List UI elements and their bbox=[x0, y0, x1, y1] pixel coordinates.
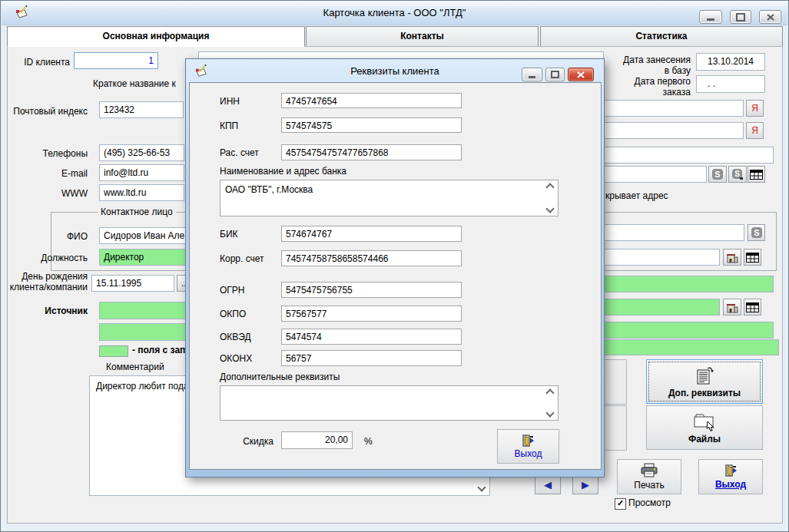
arrow-right-icon: ▶ bbox=[582, 480, 589, 490]
table-icon bbox=[750, 170, 763, 180]
www-label: WWW bbox=[7, 188, 88, 199]
minimize-button[interactable] bbox=[699, 10, 722, 24]
svg-text:S: S bbox=[734, 170, 740, 178]
arrow-left-icon: ◀ bbox=[544, 480, 552, 490]
discount-unit: % bbox=[364, 436, 373, 447]
scroll-down-icon bbox=[477, 483, 486, 491]
scroll-up-icon bbox=[545, 183, 554, 191]
dialog-title: Реквизиты клиента bbox=[350, 65, 439, 77]
bank-scroll-down[interactable] bbox=[545, 204, 555, 213]
maximize-button[interactable] bbox=[730, 10, 751, 24]
extra-scroll-up[interactable] bbox=[545, 388, 555, 398]
bank-textarea[interactable]: ОАО "ВТБ", г.Москва bbox=[220, 180, 559, 216]
tab-statistics[interactable]: Статистика bbox=[540, 26, 783, 47]
table-button-1[interactable] bbox=[748, 166, 765, 183]
ogrn-input[interactable]: 5475475756755 bbox=[281, 282, 462, 298]
kpp-label: КПП bbox=[220, 121, 238, 131]
skype-button-1[interactable]: S bbox=[708, 166, 727, 183]
scroll-down-icon bbox=[545, 204, 554, 213]
yandex-button-1[interactable]: Я bbox=[746, 100, 764, 117]
table-button-3[interactable] bbox=[744, 299, 761, 316]
yandex-button-2[interactable]: Я bbox=[746, 122, 764, 139]
account-label: Рас. счет bbox=[220, 147, 259, 158]
okved-input[interactable]: 5474574 bbox=[281, 329, 462, 345]
skype-button-2[interactable]: S bbox=[748, 224, 765, 241]
dialog-titlebar: Реквизиты клиента bbox=[187, 61, 602, 81]
email-input[interactable]: info@ltd.ru bbox=[99, 164, 184, 181]
minimize-icon bbox=[707, 18, 714, 21]
requisites-dialog: Реквизиты клиента ИНН 4745747654 КПП 574… bbox=[185, 58, 605, 477]
phones-input[interactable]: (495) 325-66-53 bbox=[99, 144, 184, 161]
svg-text:S: S bbox=[714, 170, 720, 179]
dialog-exit-button[interactable]: Выход bbox=[497, 429, 559, 464]
birthday-input[interactable]: 15.11.1995 bbox=[91, 275, 174, 292]
preview-checkbox-label: Просмотр bbox=[628, 497, 671, 508]
dialog-maximize-button[interactable] bbox=[545, 68, 565, 81]
preview-checkbox[interactable]: ✓ bbox=[615, 498, 626, 510]
email-label: E-mail bbox=[7, 168, 88, 179]
phones-label: Телефоны bbox=[7, 148, 88, 159]
corr-input[interactable]: 74574758758658574466 bbox=[281, 250, 462, 266]
dialog-minimize-button[interactable] bbox=[522, 68, 542, 81]
discount-label: Скидка bbox=[201, 436, 273, 447]
building-button-2[interactable] bbox=[723, 299, 741, 316]
bank-scroll-up[interactable] bbox=[545, 183, 555, 192]
discount-input[interactable]: 20,00 bbox=[281, 431, 353, 449]
files-button[interactable]: Файлы bbox=[646, 405, 763, 450]
kpp-input[interactable]: 574574575 bbox=[281, 117, 462, 133]
first-order-input[interactable]: . . bbox=[696, 75, 765, 93]
skype-icon: S bbox=[711, 168, 724, 180]
app-icon bbox=[15, 5, 29, 20]
short-name-label: Краткое название к bbox=[93, 78, 176, 89]
bik-input[interactable]: 574674767 bbox=[281, 226, 462, 242]
checkmark-icon: ✓ bbox=[617, 498, 624, 507]
bank-label: Наименование и адрес банка bbox=[220, 166, 346, 177]
skype-call-button[interactable]: S bbox=[728, 166, 747, 183]
building-icon bbox=[726, 252, 738, 263]
next-record-button[interactable]: ▶ bbox=[572, 475, 598, 494]
table-button-2[interactable] bbox=[744, 249, 761, 266]
extra-scroll-down[interactable] bbox=[545, 408, 555, 418]
files-label: Файлы bbox=[688, 434, 721, 444]
building-button-1[interactable] bbox=[723, 249, 741, 266]
close-button[interactable] bbox=[759, 10, 781, 24]
folder-cursor-icon bbox=[692, 411, 717, 431]
birthday-label-line1: День рождения bbox=[1, 271, 88, 282]
extra-requisites-label: Доп. реквизиты bbox=[668, 388, 741, 398]
postal-input[interactable]: 123432 bbox=[99, 101, 184, 118]
exit-door-icon bbox=[724, 464, 738, 477]
date-added-input[interactable]: 13.10.2014 bbox=[696, 53, 765, 71]
dialog-close-button[interactable] bbox=[568, 68, 594, 81]
app-icon bbox=[194, 64, 208, 78]
ogrn-label: ОГРН bbox=[220, 285, 245, 296]
maximize-icon bbox=[551, 71, 559, 78]
comment-scroll-down[interactable] bbox=[476, 483, 487, 492]
account-input[interactable]: 45754754757477657868 bbox=[281, 144, 462, 160]
comment-label: Комментарий bbox=[106, 362, 164, 372]
position-label: Должность bbox=[7, 253, 88, 263]
exit-door-icon bbox=[522, 435, 535, 447]
close-icon bbox=[767, 14, 774, 21]
extra-requisites-button[interactable]: Доп. реквизиты bbox=[646, 359, 763, 404]
tab-contacts[interactable]: Контакты bbox=[306, 26, 539, 47]
main-exit-button[interactable]: Выход bbox=[698, 459, 763, 494]
close-icon bbox=[577, 71, 585, 78]
tab-label: Статистика bbox=[635, 31, 687, 41]
inn-input[interactable]: 4745747654 bbox=[281, 93, 462, 108]
okonh-input[interactable]: 56757 bbox=[281, 350, 462, 366]
okpo-input[interactable]: 57567577 bbox=[281, 306, 462, 322]
tab-main-info[interactable]: Основная информация bbox=[7, 26, 305, 47]
prev-record-button[interactable]: ◀ bbox=[535, 475, 561, 494]
tab-label: Контакты bbox=[400, 31, 444, 41]
fio-label: ФИО bbox=[7, 231, 88, 242]
print-button[interactable]: Печать bbox=[617, 459, 681, 494]
maximize-icon bbox=[736, 13, 745, 21]
print-label: Печать bbox=[634, 480, 664, 491]
scroll-up-icon bbox=[545, 388, 554, 397]
extra-requisites-textarea[interactable] bbox=[220, 385, 559, 421]
www-input[interactable]: www.ltd.ru bbox=[99, 184, 184, 201]
id-input[interactable]: 1 bbox=[74, 52, 158, 69]
client-card-window: Карточка клиента - ООО "ЛТД" Основная ин… bbox=[0, 0, 789, 532]
main-window-title: Карточка клиента - ООО "ЛТД" bbox=[323, 7, 466, 18]
extra-requisites-label: Дополнительные реквизиты bbox=[220, 372, 340, 382]
